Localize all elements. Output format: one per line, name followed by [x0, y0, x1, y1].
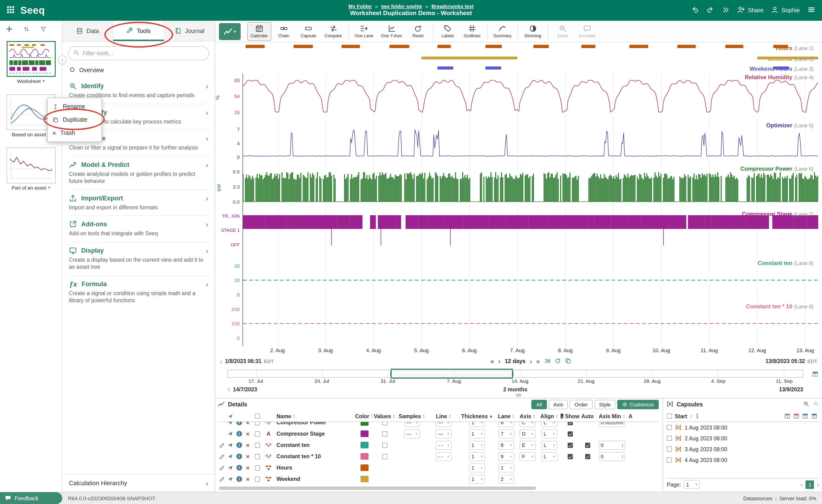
- axis-min-input[interactable]: 0▴▾: [599, 441, 625, 450]
- info-icon[interactable]: i: [237, 431, 242, 437]
- row-select-checkbox[interactable]: [255, 442, 260, 448]
- lane-label-weekend[interactable]: Weekend(Lane 2): [768, 56, 814, 62]
- axis-select[interactable]: D▾: [519, 429, 535, 438]
- thickness-select[interactable]: 1▾: [469, 463, 485, 472]
- line-style-select[interactable]: - -▾: [436, 441, 452, 450]
- capsule-row[interactable]: 2 Aug 2023 08:00: [667, 433, 819, 444]
- sort-icon[interactable]: ▲▼: [371, 414, 374, 418]
- sort-icon[interactable]: ▲▼: [293, 414, 296, 418]
- timeline-start-arrow-icon[interactable]: ↑: [228, 387, 230, 392]
- values-checkbox[interactable]: [382, 442, 387, 448]
- samples-select[interactable]: —▾: [404, 429, 420, 438]
- sort-icon[interactable]: ▲▼: [555, 414, 558, 418]
- remove-icon[interactable]: ×: [246, 453, 250, 459]
- auto-checkbox[interactable]: [585, 454, 590, 459]
- lane-label-constant-ten-10[interactable]: Constant ten * 10(Lane 9): [746, 303, 814, 310]
- next-page-icon[interactable]: ›: [817, 481, 819, 488]
- tool-item-formula[interactable]: ƒxFormula›Create a signal or condition u…: [69, 275, 208, 309]
- step-back-icon[interactable]: ‹: [498, 358, 500, 364]
- axis-min-input[interactable]: 0▴▾: [599, 452, 625, 461]
- row-select-checkbox[interactable]: [255, 465, 260, 470]
- capsule-select-checkbox[interactable]: [667, 436, 672, 441]
- timeline-duration[interactable]: 2 months: [503, 387, 527, 392]
- column-color[interactable]: Color▲▼: [355, 413, 374, 419]
- context-menu-trash[interactable]: ×Trash: [48, 126, 101, 140]
- breadcrumb-my-folder[interactable]: My Folder: [349, 4, 372, 9]
- color-swatch[interactable]: [360, 430, 368, 437]
- lane-select[interactable]: 7▾: [498, 429, 514, 438]
- range-start-arrow-icon[interactable]: ↓: [220, 358, 223, 364]
- capsule-select-checkbox[interactable]: [667, 425, 672, 430]
- lane-select[interactable]: 6▾: [498, 422, 514, 427]
- capsule-select-checkbox[interactable]: [667, 457, 672, 463]
- select-all-checkbox[interactable]: [255, 413, 260, 419]
- show-checkbox[interactable]: [567, 454, 572, 459]
- details-view-style-button[interactable]: Style: [594, 400, 615, 409]
- row-select-checkbox[interactable]: [255, 431, 260, 436]
- lane-plot[interactable]: Optimizer(Lane 5): [243, 122, 818, 165]
- item-name[interactable]: Hours: [275, 465, 355, 471]
- toolbar-button-calendar[interactable]: Calendar: [247, 22, 271, 41]
- lane-label-weekend-hours[interactable]: Weekend Hours(Lane 3): [750, 66, 814, 72]
- breadcrumb-current[interactable]: Breadcrumbs test: [432, 4, 474, 9]
- lane-label-compressor-power[interactable]: Compressor Power(Lane 6): [740, 165, 814, 172]
- sort-icon[interactable]: ▲▼: [690, 414, 693, 418]
- item-name[interactable]: Constant ten * 10: [275, 454, 355, 459]
- filter-tools-search[interactable]: [68, 46, 209, 60]
- capsule-row[interactable]: 4 Aug 2023 08:00: [667, 454, 819, 465]
- lane-label-compressor-stage[interactable]: Compressor Stage(Lane 7): [742, 211, 814, 217]
- item-name[interactable]: Compressor Power: [275, 422, 355, 425]
- horizontal-scrollbar[interactable]: [219, 487, 536, 490]
- column-samples[interactable]: Samples▲▼: [395, 413, 428, 419]
- sort-icon[interactable]: ▲▼: [448, 414, 451, 418]
- row-select-checkbox[interactable]: [255, 422, 260, 425]
- capsules-select-all-checkbox[interactable]: [667, 413, 672, 419]
- thickness-select[interactable]: 1▾: [469, 452, 485, 461]
- column-values[interactable]: Values▲▼: [374, 413, 395, 419]
- current-page-button[interactable]: 1: [806, 480, 814, 489]
- lane-plot[interactable]: Compressor Stage(Lane 7): [243, 210, 818, 259]
- page-size-select[interactable]: 1▾: [684, 480, 700, 489]
- info-icon[interactable]: i: [237, 476, 242, 482]
- tab-tools[interactable]: Tools: [113, 21, 164, 41]
- prev-page-icon[interactable]: ‹: [801, 481, 803, 488]
- toolbar-button-chain[interactable]: Chain: [272, 22, 296, 41]
- tool-item-model-predict[interactable]: Model & Predict›Create analytical models…: [69, 156, 208, 189]
- sort-icon[interactable]: ▲▼: [532, 414, 535, 418]
- thumbnail-preview[interactable]: [6, 148, 55, 183]
- axis-select[interactable]: C▾: [519, 422, 535, 427]
- column-axis-min[interactable]: Axis Min▲▼: [595, 413, 629, 419]
- search-input[interactable]: [83, 50, 204, 57]
- column-menu-icon[interactable]: [697, 414, 698, 419]
- column-align[interactable]: Align▲▼: [538, 413, 560, 419]
- lane-label-constant-ten[interactable]: Constant ten(Lane 8): [758, 260, 814, 266]
- datasources-link[interactable]: Datasources: [743, 495, 772, 501]
- align-select[interactable]: L▾: [541, 429, 557, 438]
- column-axis[interactable]: Axis▲▼: [517, 413, 538, 419]
- step-back-much-icon[interactable]: «: [490, 358, 494, 364]
- calculation-hierarchy-link[interactable]: Calculation Hierarchy ›: [62, 474, 215, 492]
- auto-checkbox[interactable]: [585, 442, 590, 448]
- lane-label-hours[interactable]: Hours(Lane 1): [776, 45, 814, 51]
- show-checkbox[interactable]: [567, 442, 572, 448]
- lane-plot[interactable]: Constant ten(Lane 8): [243, 259, 818, 303]
- thickness-select[interactable]: 1▾: [469, 429, 485, 438]
- toolbar-button-one-y-axis[interactable]: One Y-Axis: [378, 22, 405, 41]
- capsule-row[interactable]: 3 Aug 2023 08:00: [667, 444, 819, 454]
- lane-select[interactable]: 9▾: [498, 452, 514, 461]
- customize-button[interactable]: Customize: [617, 400, 659, 409]
- worksheet-label[interactable]: Worksheet▾: [0, 78, 62, 84]
- samples-select[interactable]: —▾: [404, 422, 420, 427]
- toolbar-button-compare[interactable]: Compare: [321, 22, 345, 41]
- step-forward-icon[interactable]: ›: [530, 358, 532, 364]
- column-show[interactable]: Show: [560, 413, 579, 419]
- details-view-axis-button[interactable]: Axis: [548, 400, 568, 409]
- remove-icon[interactable]: ×: [246, 422, 250, 426]
- thickness-select[interactable]: 1▾: [469, 422, 485, 427]
- line-style-select[interactable]: —▾: [436, 422, 452, 427]
- color-swatch[interactable]: [360, 453, 368, 460]
- timeline-start[interactable]: 14/7/2023: [233, 387, 257, 392]
- lane-plot[interactable]: Weekend(Lane 2): [243, 54, 818, 64]
- lane-label-relative-humidity[interactable]: Relative Humidity(Lane 4): [745, 74, 814, 81]
- toolbar-button-capsule[interactable]: Capsule: [297, 22, 320, 41]
